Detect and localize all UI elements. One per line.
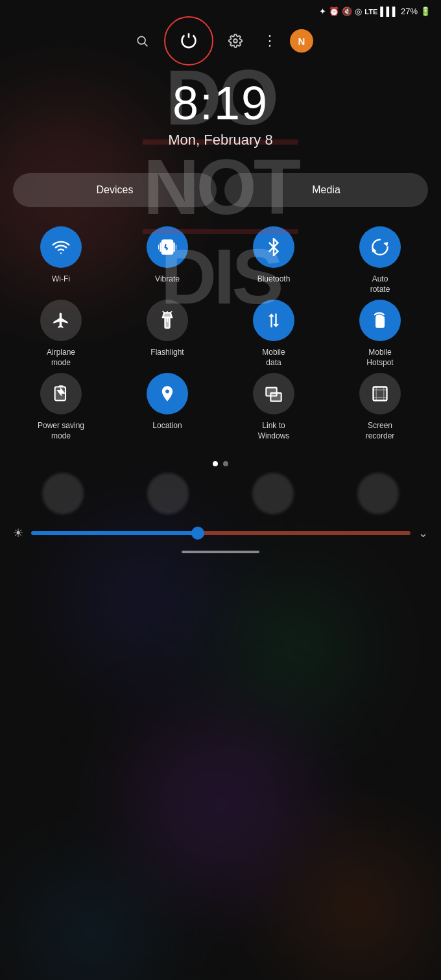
autorotate-tile-label: Autorotate bbox=[370, 274, 390, 294]
flashlight-tile-icon bbox=[147, 300, 188, 341]
tile-airplane[interactable]: Airplanemode bbox=[10, 300, 112, 368]
svg-point-0 bbox=[137, 36, 145, 44]
svg-line-11 bbox=[171, 311, 172, 313]
top-controls: ⋮ N bbox=[0, 19, 441, 67]
brightness-slider[interactable] bbox=[31, 531, 411, 535]
bottom-tile-blur-4 bbox=[357, 473, 399, 514]
svg-line-1 bbox=[145, 43, 148, 47]
page-dot-2 bbox=[223, 461, 228, 466]
tile-linktow[interactable]: Link toWindows bbox=[223, 373, 324, 441]
battery-level: 27% bbox=[401, 6, 418, 16]
bluetooth-tile-icon bbox=[253, 226, 294, 268]
power-button-wrapper bbox=[169, 21, 208, 60]
tile-flashlight[interactable]: Flashlight bbox=[117, 300, 218, 368]
tile-bluetooth[interactable]: Bluetooth bbox=[223, 226, 324, 294]
alarm-status-icon: ⏰ bbox=[329, 6, 339, 16]
more-menu-button[interactable]: ⋮ bbox=[263, 32, 277, 49]
autorotate-tile-icon bbox=[359, 226, 401, 268]
wifi-tile-icon bbox=[40, 226, 82, 268]
screenrecorder-tile-icon bbox=[359, 373, 401, 414]
tile-hotspot[interactable]: MobileHotspot bbox=[329, 300, 431, 368]
vibrate-tile-label: Vibrate bbox=[155, 274, 180, 285]
bottom-tiles-row bbox=[0, 473, 441, 521]
tile-powersaving[interactable]: Power savingmode bbox=[10, 373, 112, 441]
page-dots bbox=[0, 448, 441, 473]
chevron-down-icon[interactable]: ⌄ bbox=[418, 526, 428, 540]
powersaving-tile-label: Power savingmode bbox=[38, 421, 84, 441]
airplane-tile-icon bbox=[40, 300, 82, 341]
clock-section: 8:19 Mon, February 8 bbox=[0, 67, 441, 154]
bottom-tile-blur-2 bbox=[147, 473, 189, 514]
search-button[interactable] bbox=[128, 27, 156, 55]
tile-wifi[interactable]: Wi-Fi bbox=[10, 226, 112, 294]
wifi-tile-label: Wi-Fi bbox=[52, 274, 70, 285]
home-indicator[interactable] bbox=[182, 551, 259, 553]
tile-autorotate[interactable]: Autorotate bbox=[329, 226, 431, 294]
mobiledata-tile-icon bbox=[253, 300, 294, 341]
svg-rect-18 bbox=[374, 387, 387, 401]
power-button[interactable] bbox=[169, 21, 208, 60]
svg-line-9 bbox=[163, 311, 164, 313]
tile-mobiledata[interactable]: Mobiledata bbox=[223, 300, 324, 368]
svg-point-2 bbox=[233, 39, 237, 43]
brightness-thumb bbox=[191, 527, 204, 540]
bottom-tile-blur-3 bbox=[252, 473, 294, 514]
hotspot-tile-icon bbox=[359, 300, 401, 341]
clock-time: 8:19 bbox=[0, 80, 441, 126]
quick-tiles-grid: Wi-Fi Vibrate Bluetooth bbox=[0, 213, 441, 448]
tile-screenrecorder[interactable]: Screenrecorder bbox=[329, 373, 431, 441]
signal-icon: ▌▌▌ bbox=[380, 6, 398, 16]
page-dot-1 bbox=[213, 461, 218, 466]
battery-icon: 🔋 bbox=[420, 6, 431, 16]
brightness-row: ☀ ⌄ bbox=[0, 521, 441, 545]
hotspot-tile-label: MobileHotspot bbox=[366, 348, 393, 368]
quick-action-buttons: Devices Media bbox=[0, 154, 441, 213]
status-icons: ✦ ⏰ 🔇 ◎ LTE ▌▌▌ 27% 🔋 bbox=[319, 6, 431, 16]
svg-line-6 bbox=[167, 248, 167, 250]
powersaving-tile-icon bbox=[40, 373, 82, 414]
airplane-tile-label: Airplanemode bbox=[47, 348, 75, 368]
wifi-status-icon: ◎ bbox=[355, 6, 362, 16]
bluetooth-tile-label: Bluetooth bbox=[257, 274, 291, 285]
tile-vibrate[interactable]: Vibrate bbox=[117, 226, 218, 294]
status-bar: ✦ ⏰ 🔇 ◎ LTE ▌▌▌ 27% 🔋 bbox=[0, 0, 441, 19]
tile-location[interactable]: Location bbox=[117, 373, 218, 441]
linktow-tile-label: Link toWindows bbox=[258, 421, 290, 441]
screenrecorder-tile-label: Screenrecorder bbox=[366, 421, 395, 441]
notification-badge[interactable]: N bbox=[290, 29, 313, 53]
lte-icon: LTE bbox=[364, 8, 377, 16]
flashlight-tile-label: Flashlight bbox=[150, 348, 184, 358]
brightness-icon: ☀ bbox=[13, 526, 23, 540]
bluetooth-status-icon: ✦ bbox=[319, 6, 326, 16]
clock-date: Mon, February 8 bbox=[0, 132, 441, 149]
location-tile-label: Location bbox=[152, 421, 182, 431]
devices-button[interactable]: Devices bbox=[13, 173, 217, 207]
linktow-tile-icon bbox=[253, 373, 294, 414]
silent-status-icon: 🔇 bbox=[342, 6, 352, 16]
vibrate-tile-icon bbox=[147, 226, 188, 268]
mobiledata-tile-label: Mobiledata bbox=[262, 348, 285, 368]
svg-rect-17 bbox=[270, 393, 281, 401]
settings-button[interactable] bbox=[221, 27, 250, 55]
bottom-tile-blur-1 bbox=[42, 473, 84, 514]
location-tile-icon bbox=[147, 373, 188, 414]
svg-point-13 bbox=[379, 325, 380, 326]
media-button[interactable]: Media bbox=[224, 173, 428, 207]
notification-badge-label: N bbox=[298, 36, 305, 47]
